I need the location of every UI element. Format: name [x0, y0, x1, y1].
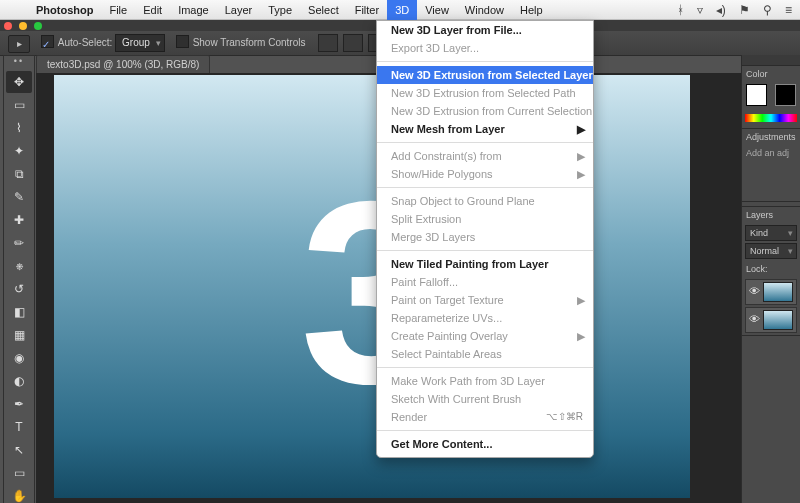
menu-item: Paint Falloff...: [377, 273, 593, 291]
shape-tool[interactable]: ▭: [6, 462, 32, 484]
align-button[interactable]: [343, 34, 363, 52]
auto-select-checkbox[interactable]: [41, 35, 54, 48]
notifications-icon[interactable]: ≡: [785, 3, 792, 17]
menu-item: Split Extrusion: [377, 210, 593, 228]
menu-item: Make Work Path from 3D Layer: [377, 372, 593, 390]
app-menubar: PhotoshopFileEditImageLayerTypeSelectFil…: [28, 0, 551, 20]
menu-type[interactable]: Type: [260, 0, 300, 20]
blend-mode-combo[interactable]: Normal: [745, 243, 797, 259]
zoom-window-icon[interactable]: [34, 22, 42, 30]
layer-visibility-icon[interactable]: 👁: [749, 285, 760, 297]
layer-filter-combo[interactable]: Kind: [745, 225, 797, 241]
path-select-tool[interactable]: ↖: [6, 439, 32, 461]
auto-select-mode-combo[interactable]: Group: [115, 34, 165, 52]
align-button[interactable]: [318, 34, 338, 52]
minimize-window-icon[interactable]: [19, 22, 27, 30]
menu-image[interactable]: Image: [170, 0, 217, 20]
current-tool-indicator[interactable]: ▸: [8, 35, 30, 53]
layer-visibility-icon[interactable]: 👁: [749, 313, 760, 325]
mac-status-area: ᚼ ▿ ◂) ⚑ ⚲ ≡: [667, 0, 792, 20]
menu-file[interactable]: File: [101, 0, 135, 20]
submenu-arrow-icon: ▶: [577, 327, 585, 345]
layer-thumbnail: [763, 282, 793, 302]
pen-tool[interactable]: ✒: [6, 393, 32, 415]
layers-panel-tab[interactable]: Layers: [742, 207, 800, 223]
menu-edit[interactable]: Edit: [135, 0, 170, 20]
menu-layer[interactable]: Layer: [217, 0, 261, 20]
eyedropper-tool[interactable]: ✎: [6, 186, 32, 208]
document-canvas[interactable]: 3: [54, 75, 690, 498]
menu-item[interactable]: New 3D Extrusion from Selected Layer: [377, 66, 593, 84]
menu-item: Export 3D Layer...: [377, 39, 593, 57]
bluetooth-icon[interactable]: ᚼ: [677, 3, 684, 17]
hue-ramp[interactable]: [745, 114, 797, 122]
menu-item: Paint on Target Texture▶: [377, 291, 593, 309]
add-adjustment-label: Add an adj: [742, 145, 800, 161]
menu-item: Select Paintable Areas: [377, 345, 593, 363]
eraser-tool[interactable]: ◧: [6, 301, 32, 323]
brush-tool[interactable]: ✏: [6, 232, 32, 254]
menu-item: Render⌥⇧⌘R: [377, 408, 593, 426]
toolbox-grip[interactable]: ••: [4, 56, 34, 70]
menu-item: Add Constraint(s) from▶: [377, 147, 593, 165]
layer-thumbnail: [763, 310, 793, 330]
volume-icon[interactable]: ◂): [716, 3, 726, 17]
panel-grip[interactable]: [742, 55, 800, 66]
menu-select[interactable]: Select: [300, 0, 347, 20]
menu-item: Merge 3D Layers: [377, 228, 593, 246]
wand-tool[interactable]: ✦: [6, 140, 32, 162]
show-transform-checkbox[interactable]: [176, 35, 189, 48]
stamp-tool[interactable]: ⎈: [6, 255, 32, 277]
menu-item: Sketch With Current Brush: [377, 390, 593, 408]
submenu-arrow-icon: ▶: [577, 120, 585, 138]
type-tool[interactable]: T: [6, 416, 32, 438]
background-swatch[interactable]: [775, 84, 796, 106]
toolbox: •• ✥▭⌇✦⧉✎✚✏⎈↺◧▦◉◐✒T↖▭✋🔍: [3, 55, 35, 503]
marquee-tool[interactable]: ▭: [6, 94, 32, 116]
menu-item: New 3D Extrusion from Current Selection: [377, 102, 593, 120]
menu-item[interactable]: Get More Content...: [377, 435, 593, 453]
menu-item: Reparameterize UVs...: [377, 309, 593, 327]
hand-tool[interactable]: ✋: [6, 485, 32, 503]
heal-tool[interactable]: ✚: [6, 209, 32, 231]
submenu-arrow-icon: ▶: [577, 147, 585, 165]
close-window-icon[interactable]: [4, 22, 12, 30]
menu-item[interactable]: New 3D Layer from File...: [377, 21, 593, 39]
lasso-tool[interactable]: ⌇: [6, 117, 32, 139]
menu-filter[interactable]: Filter: [347, 0, 387, 20]
menu-item: Show/Hide Polygons▶: [377, 165, 593, 183]
menu-3d-dropdown: New 3D Layer from File...Export 3D Layer…: [376, 20, 594, 458]
menu-view[interactable]: View: [417, 0, 457, 20]
adjustments-panel-tab[interactable]: Adjustments: [742, 129, 800, 145]
layer-row[interactable]: 👁: [745, 279, 797, 305]
submenu-arrow-icon: ▶: [577, 291, 585, 309]
crop-tool[interactable]: ⧉: [6, 163, 32, 185]
menu-3d[interactable]: 3D: [387, 0, 417, 20]
menu-help[interactable]: Help: [512, 0, 551, 20]
menu-photoshop[interactable]: Photoshop: [28, 0, 101, 20]
history-brush-tool[interactable]: ↺: [6, 278, 32, 300]
lock-label: Lock:: [742, 261, 800, 277]
menu-item: Create Painting Overlay▶: [377, 327, 593, 345]
move-tool[interactable]: ✥: [6, 71, 32, 93]
menu-item[interactable]: New Mesh from Layer▶: [377, 120, 593, 138]
flag-icon[interactable]: ⚑: [739, 3, 750, 17]
auto-select-label: Auto-Select:: [58, 37, 112, 48]
document-tab[interactable]: texto3D.psd @ 100% (3D, RGB/8): [36, 55, 210, 73]
layer-row[interactable]: 👁: [745, 307, 797, 333]
menu-window[interactable]: Window: [457, 0, 512, 20]
dodge-tool[interactable]: ◐: [6, 370, 32, 392]
mac-menubar: PhotoshopFileEditImageLayerTypeSelectFil…: [0, 0, 800, 20]
menu-shortcut: ⌥⇧⌘R: [546, 408, 583, 426]
panel-dock: Color Adjustments Add an adj Layers Kind…: [741, 55, 800, 503]
gradient-tool[interactable]: ▦: [6, 324, 32, 346]
spotlight-icon[interactable]: ⚲: [763, 3, 772, 17]
foreground-swatch[interactable]: [746, 84, 767, 106]
blur-tool[interactable]: ◉: [6, 347, 32, 369]
menu-item: Snap Object to Ground Plane: [377, 192, 593, 210]
menu-item[interactable]: New Tiled Painting from Layer: [377, 255, 593, 273]
wifi-icon[interactable]: ▿: [697, 3, 703, 17]
document-tabs: texto3D.psd @ 100% (3D, RGB/8): [36, 55, 210, 73]
color-panel-tab[interactable]: Color: [742, 66, 800, 82]
submenu-arrow-icon: ▶: [577, 165, 585, 183]
